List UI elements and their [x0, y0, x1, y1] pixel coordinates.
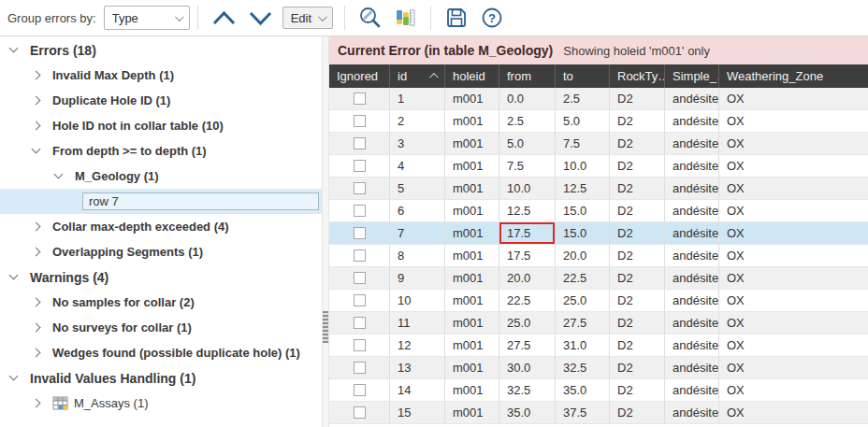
tree-expander-icon[interactable] — [30, 296, 43, 309]
edit-dropdown[interactable]: Edit — [282, 7, 333, 29]
table-row[interactable]: 4 m001 7.5 10.0 D2 andésite OX — [329, 155, 868, 178]
ignored-checkbox[interactable] — [354, 249, 366, 262]
tree-item[interactable]: Wedges found (possible duplicate hole) (… — [0, 340, 322, 365]
tree-item[interactable]: M_Geology (1) — [0, 164, 322, 189]
table-body: 1 m001 0.0 2.5 D2 andésite OX 2 m001 2.5… — [329, 88, 868, 424]
table-row[interactable]: 10 m001 22.5 25.0 D2 andésite OX — [329, 290, 868, 312]
ignored-checkbox[interactable] — [354, 182, 366, 194]
from-cell: 12.5 — [499, 200, 555, 221]
tree-item[interactable]: No samples for collar (2) — [0, 290, 322, 315]
main-area: Errors (18) Invalid Max Depth (1) — [0, 36, 868, 427]
column-header[interactable]: Simple_… — [664, 64, 718, 88]
tree-item[interactable]: Overlapping Segments (1) — [0, 239, 322, 264]
column-header-label: Ignored — [337, 69, 378, 83]
tree-item[interactable]: From depth >= to depth (1) — [0, 138, 322, 164]
tree-item[interactable]: row 7 — [0, 189, 322, 214]
ignored-checkbox[interactable] — [354, 227, 366, 239]
table-row[interactable]: 9 m001 20.0 22.5 D2 andésite OX — [329, 267, 868, 290]
panel-splitter[interactable] — [322, 36, 329, 427]
tree-item[interactable]: No surveys for collar (1) — [0, 315, 322, 340]
edit-dropdown-label: Edit — [291, 11, 311, 25]
ignored-checkbox[interactable] — [354, 272, 366, 284]
table-row[interactable]: 5 m001 10.0 12.5 D2 andésite OX — [329, 178, 868, 200]
id-cell: 9 — [389, 267, 444, 289]
previous-error-button[interactable] — [208, 7, 240, 29]
tree-expander-icon[interactable] — [30, 120, 43, 133]
table-row[interactable]: 12 m001 27.5 31.0 D2 andésite OX — [329, 334, 868, 357]
column-header[interactable]: Weathering_Zone — [718, 64, 868, 88]
holeid-cell: m001 — [444, 357, 499, 378]
ignored-checkbox[interactable] — [354, 362, 366, 374]
tree-expander-icon[interactable] — [30, 321, 43, 334]
tree-expander-icon[interactable] — [30, 145, 43, 158]
simple-cell: andésite — [664, 245, 718, 266]
table-row[interactable]: 15 m001 35.0 37.5 D2 andésite OX — [329, 402, 868, 424]
tree-expander-icon[interactable] — [30, 397, 43, 410]
tree-expander-icon[interactable] — [52, 170, 65, 183]
tree-expander-icon[interactable] — [30, 221, 43, 234]
tree-item[interactable]: Invalid Values Handling (1) — [0, 365, 322, 391]
tree-expander-icon[interactable] — [30, 69, 43, 82]
rocktype-cell: D2 — [609, 110, 664, 132]
column-header[interactable]: RockTy… — [609, 64, 664, 88]
table-row[interactable]: 8 m001 17.5 20.0 D2 andésite OX — [329, 245, 868, 267]
ignored-checkbox[interactable] — [354, 160, 366, 172]
help-button[interactable]: ? — [476, 4, 508, 32]
tree-item[interactable]: Invalid Max Depth (1) — [0, 63, 322, 88]
column-header[interactable]: from — [499, 64, 555, 88]
table-row[interactable]: 1 m001 0.0 2.5 D2 andésite OX — [329, 88, 868, 110]
ignored-checkbox[interactable] — [354, 294, 366, 306]
tree-expander-icon[interactable] — [30, 347, 43, 360]
tree-expander-icon[interactable] — [30, 246, 43, 259]
next-error-button[interactable] — [244, 7, 277, 29]
table-row[interactable]: 3 m001 5.0 7.5 D2 andésite OX — [329, 133, 868, 155]
statistics-button[interactable] — [390, 5, 421, 31]
group-by-dropdown[interactable]: Type — [104, 6, 190, 30]
ignored-checkbox[interactable] — [354, 93, 366, 105]
tree-item[interactable]: Warnings (4) — [0, 264, 322, 290]
id-cell: 4 — [389, 155, 444, 177]
table-row[interactable]: 7 m001 17.5 15.0 D2 andésite OX — [329, 222, 868, 245]
ignored-cell — [329, 379, 389, 401]
tree-expander-icon[interactable] — [30, 94, 43, 107]
ignored-checkbox[interactable] — [354, 384, 366, 396]
ignored-checkbox[interactable] — [354, 317, 366, 329]
ignored-checkbox[interactable] — [354, 137, 366, 149]
tree-expander-icon[interactable] — [7, 44, 21, 57]
tree-expander-icon[interactable] — [7, 372, 21, 385]
table-row[interactable]: 11 m001 25.0 27.5 D2 andésite OX — [329, 312, 868, 334]
error-table: Ignored id holeid from to RockTy… Simple… — [329, 64, 868, 427]
from-cell: 17.5 — [499, 245, 555, 266]
holeid-cell: m001 — [444, 379, 499, 401]
rocktype-cell: D2 — [609, 312, 664, 334]
tree-item[interactable]: Collar max-depth exceeded (4) — [0, 214, 322, 239]
column-header[interactable]: to — [555, 64, 609, 88]
column-header[interactable]: id — [389, 64, 444, 88]
weathering-zone-cell: OX — [718, 88, 868, 109]
ignored-checkbox[interactable] — [354, 406, 366, 419]
inspect-error-button[interactable] — [354, 4, 386, 32]
table-row[interactable]: 13 m001 30.0 32.5 D2 andésite OX — [329, 357, 868, 379]
table-row[interactable]: 6 m001 12.5 15.0 D2 andésite OX — [329, 200, 868, 222]
id-cell: 8 — [389, 245, 444, 266]
tree-item[interactable]: Hole ID not in collar table (10) — [0, 113, 322, 138]
tree-item[interactable]: Errors (18) — [0, 37, 322, 63]
ignored-checkbox[interactable] — [354, 205, 366, 217]
ignored-checkbox[interactable] — [354, 115, 366, 127]
column-header-label: Simple_… — [673, 69, 718, 83]
tree-item[interactable]: M_Assays (1) — [0, 391, 322, 416]
column-header[interactable]: Ignored — [329, 64, 389, 88]
holeid-cell: m001 — [444, 88, 499, 109]
ignored-checkbox[interactable] — [354, 339, 366, 351]
save-icon — [444, 6, 469, 30]
id-cell: 5 — [389, 178, 444, 199]
ignored-cell — [329, 222, 389, 244]
save-button[interactable] — [441, 4, 472, 32]
table-row[interactable]: 2 m001 2.5 5.0 D2 andésite OX — [329, 110, 868, 133]
from-cell: 2.5 — [499, 110, 555, 132]
tree-expander-icon[interactable] — [7, 271, 21, 284]
id-cell: 2 — [389, 110, 444, 132]
column-header[interactable]: holeid — [444, 64, 499, 88]
tree-item[interactable]: Duplicate Hole ID (1) — [0, 88, 322, 113]
table-row[interactable]: 14 m001 32.5 35.0 D2 andésite OX — [329, 379, 868, 402]
